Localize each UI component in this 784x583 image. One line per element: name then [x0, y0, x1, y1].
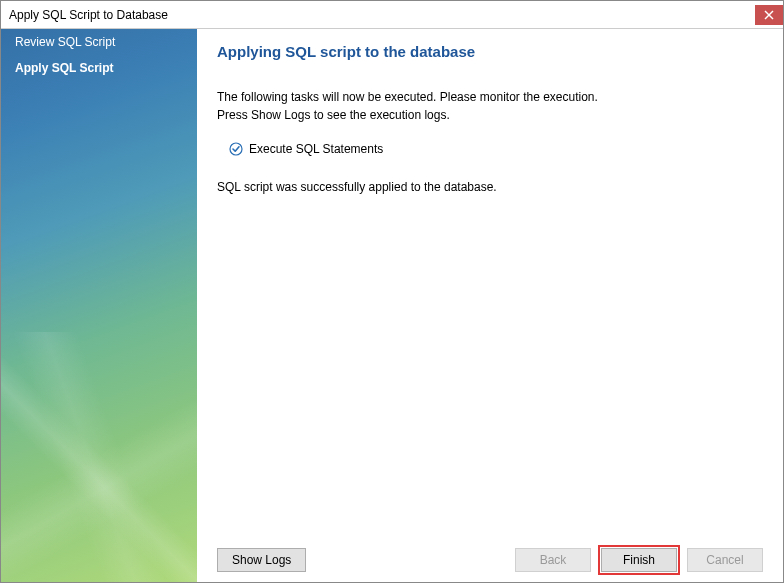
cancel-button: Cancel: [687, 548, 763, 572]
sidebar-item-apply-sql-script[interactable]: Apply SQL Script: [1, 55, 197, 81]
sidebar: Review SQL Script Apply SQL Script: [1, 29, 197, 582]
close-icon: [764, 10, 774, 20]
sidebar-item-label: Apply SQL Script: [15, 61, 113, 75]
finish-button[interactable]: Finish: [601, 548, 677, 572]
sidebar-item-label: Review SQL Script: [15, 35, 115, 49]
svg-point-2: [230, 143, 242, 155]
instruction-line-1: The following tasks will now be executed…: [217, 88, 763, 106]
success-message: SQL script was successfully applied to t…: [217, 178, 763, 196]
titlebar: Apply SQL Script to Database: [1, 1, 783, 29]
show-logs-button[interactable]: Show Logs: [217, 548, 306, 572]
content-panel: Applying SQL script to the database The …: [197, 29, 783, 582]
instruction-text: The following tasks will now be executed…: [217, 88, 763, 124]
page-heading: Applying SQL script to the database: [217, 43, 763, 60]
window-title: Apply SQL Script to Database: [9, 8, 168, 22]
task-row: Execute SQL Statements: [229, 140, 763, 158]
task-label: Execute SQL Statements: [249, 140, 383, 158]
check-icon: [229, 142, 243, 156]
footer: Show Logs Back Finish Cancel: [217, 540, 763, 572]
content-body: The following tasks will now be executed…: [217, 88, 763, 540]
instruction-line-2: Press Show Logs to see the execution log…: [217, 106, 763, 124]
sidebar-item-review-sql-script[interactable]: Review SQL Script: [1, 29, 197, 55]
main-container: Review SQL Script Apply SQL Script Apply…: [1, 29, 783, 582]
close-button[interactable]: [755, 5, 783, 25]
back-button: Back: [515, 548, 591, 572]
